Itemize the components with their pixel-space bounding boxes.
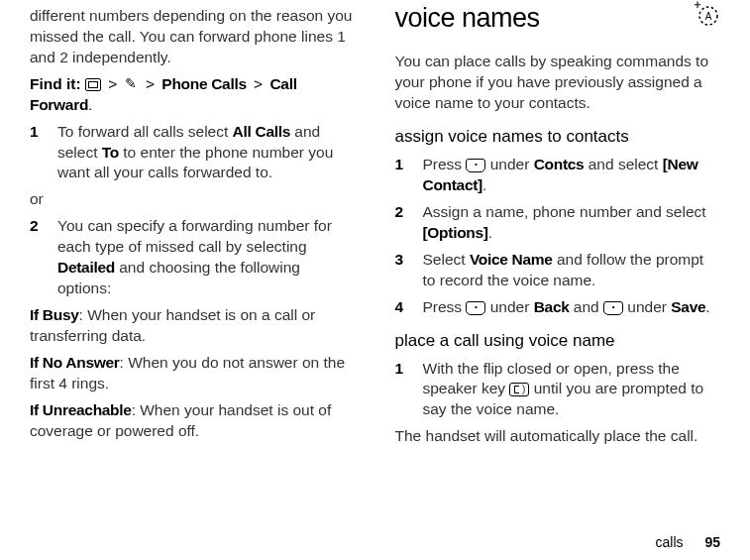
step-body: To forward all calls select All Calls an… <box>57 122 356 184</box>
step-body: Assign a name, phone number and select [… <box>423 202 721 244</box>
assign-heading: assign voice names to contacts <box>395 126 721 149</box>
gear-icon: A <box>695 2 720 28</box>
softkey-save: Save <box>671 298 705 315</box>
step-body: Press under Contcs and select [New Conta… <box>423 155 721 196</box>
footer-section: calls <box>656 534 684 550</box>
left-column: different numbers depending on the reaso… <box>30 0 356 453</box>
step-body: Select Voice Name and follow the prompt … <box>423 250 721 291</box>
path-separator: > <box>146 75 155 92</box>
tools-icon <box>125 77 139 91</box>
step-number: 1 <box>395 359 423 421</box>
path-phone-calls: Phone Calls <box>161 75 246 92</box>
place-call-heading: place a call using voice name <box>395 330 721 353</box>
svg-text:A: A <box>705 11 712 22</box>
left-steps-2: 2 You can specify a forwarding number fo… <box>30 216 356 299</box>
step-number: 1 <box>30 122 57 184</box>
if-unreachable: If Unreachable: When your handset is out… <box>30 400 356 442</box>
softkey-icon <box>603 301 623 315</box>
find-it-label: Find it: <box>30 75 81 92</box>
step-number: 1 <box>395 155 423 196</box>
step-number: 2 <box>30 216 57 299</box>
if-busy: If Busy: When your handset is on a call … <box>30 305 356 347</box>
find-it-line: Find it: > > Phone Calls > Call Forward. <box>30 74 356 116</box>
page-footer: calls 95 <box>656 534 720 550</box>
opt-options: [Options] <box>423 224 488 241</box>
place-steps: 1 With the flip closed or open, press th… <box>395 359 721 421</box>
footer-page-number: 95 <box>704 534 720 550</box>
speaker-key-icon <box>509 383 529 396</box>
step-number: 2 <box>395 202 423 244</box>
softkey-back: Back <box>534 298 570 315</box>
if-unreachable-heading: If Unreachable <box>30 401 132 418</box>
if-busy-heading: If Busy <box>30 306 79 323</box>
softkey-contcs: Contcs <box>534 156 585 172</box>
step-number: 3 <box>395 250 423 291</box>
section-title: voice names <box>395 0 540 36</box>
path-separator: > <box>254 75 263 92</box>
intro-paragraph: different numbers depending on the reaso… <box>30 6 356 68</box>
path-separator: > <box>108 75 117 92</box>
outro-paragraph: The handset will automatically place the… <box>395 426 721 447</box>
step-body: Press under Back and under Save. <box>423 297 721 318</box>
step-body: You can specify a forwarding number for … <box>57 216 356 299</box>
opt-all-calls: All Calls <box>233 123 290 140</box>
opt-detailed: Detailed <box>57 259 115 276</box>
left-steps: 1 To forward all calls select All Calls … <box>30 122 356 184</box>
step-body: With the flip closed or open, press the … <box>423 359 721 421</box>
feature-badge-icon: + A <box>695 2 720 28</box>
if-no-answer-heading: If No Answer <box>30 354 120 371</box>
softkey-icon <box>466 301 485 315</box>
step-number: 4 <box>395 297 423 318</box>
or-text: or <box>30 189 356 210</box>
right-column: voice names + A You can place calls by s… <box>395 0 721 453</box>
menu-key-icon <box>85 78 101 91</box>
assign-steps: 1 Press under Contcs and select [New Con… <box>395 155 721 317</box>
opt-voice-name: Voice Name <box>470 251 553 268</box>
voice-intro: You can place calls by speaking commands… <box>395 52 721 114</box>
opt-to: To <box>102 144 119 161</box>
if-no-answer: If No Answer: When you do not answer on … <box>30 353 356 394</box>
softkey-icon <box>466 159 485 172</box>
